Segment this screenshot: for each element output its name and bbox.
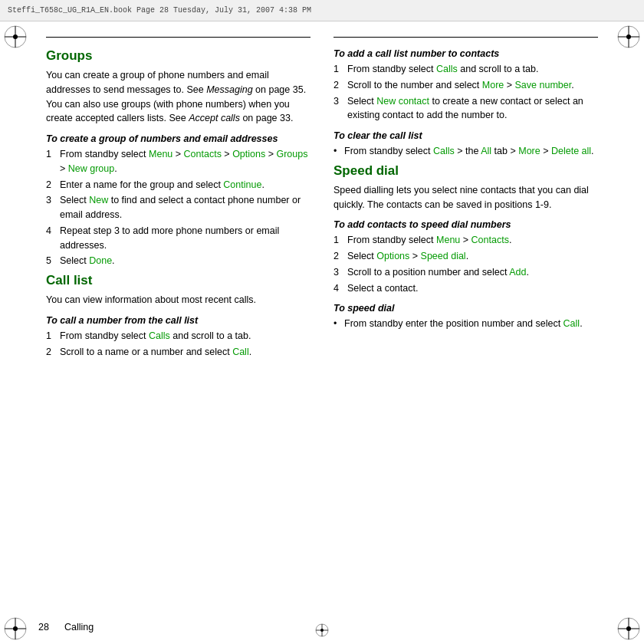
corner-mark-bl <box>0 613 31 644</box>
link-add: Add <box>509 267 526 278</box>
groups-step-2: 2 Enter a name for the group and select … <box>46 178 310 192</box>
call-list-step-2: 2 Scroll to a name or a number and selec… <box>46 345 310 360</box>
call-list-steps: 1 From standby select Calls and scroll t… <box>46 329 310 360</box>
link-options-2: Options <box>376 251 409 261</box>
speed-dial-steps: 1 From standby select Menu > Contacts. 2… <box>334 233 598 295</box>
footer-section: Calling <box>64 622 94 632</box>
link-call-1: Call <box>232 347 249 357</box>
link-more-2: More <box>518 146 540 156</box>
header-bar: Steffi_T658c_UG_R1A_EN.book Page 28 Tues… <box>0 0 644 21</box>
corner-mark-tl <box>0 21 31 52</box>
groups-body: You can create a group of phone numbers … <box>46 68 310 126</box>
speed-dial-title: Speed dial <box>334 163 598 179</box>
top-rule-right <box>334 37 598 38</box>
link-menu-2: Menu <box>436 235 460 245</box>
groups-subheading1: To create a group of numbers and email a… <box>46 133 310 144</box>
link-new-contact: New contact <box>376 96 429 107</box>
corner-mark-br <box>613 613 644 644</box>
link-call-2: Call <box>564 318 580 329</box>
speed-dial-subheading2: To speed dial <box>334 303 598 314</box>
link-new-group: New group <box>68 163 114 174</box>
link-delete-all: Delete all <box>551 146 591 156</box>
speed-dial-section: Speed dial Speed dialling lets you selec… <box>334 163 598 331</box>
link-calls-2: Calls <box>436 64 458 74</box>
add-call-step-2: 2 Scroll to the number and select More >… <box>334 78 598 93</box>
clear-call-list-section: To clear the call list • From standby se… <box>334 130 598 159</box>
link-speed-dial: Speed dial <box>421 251 466 261</box>
top-rule-left <box>46 37 310 38</box>
call-list-step-1: 1 From standby select Calls and scroll t… <box>46 329 310 343</box>
link-done: Done <box>89 255 112 266</box>
call-list-title: Call list <box>46 273 310 288</box>
add-call-list-steps: 1 From standby select Calls and scroll t… <box>334 62 598 123</box>
groups-steps-list: 1 From standby select Menu > Contacts > … <box>46 147 310 268</box>
groups-step-4: 4 Repeat step 3 to add more phone number… <box>46 224 310 253</box>
page-number: 28 <box>38 622 49 632</box>
call-list-section: Call list You can view information about… <box>46 273 310 359</box>
groups-step-5: 5 Select Done. <box>46 254 310 268</box>
speed-dial-step-2: 2 Select Options > Speed dial. <box>334 249 598 264</box>
speed-dial-step-1: 1 From standby select Menu > Contacts. <box>334 233 598 248</box>
call-list-subheading1: To call a number from the call list <box>46 315 310 326</box>
link-groups: Groups <box>276 149 307 159</box>
clear-call-list-bullets: • From standby select Calls > the All ta… <box>334 144 598 159</box>
bottom-center-mark <box>314 623 330 638</box>
speed-dial-bullets: • From standby enter the position number… <box>334 317 598 331</box>
link-save-number: Save number <box>515 80 572 90</box>
groups-step-3: 3 Select New to find and select a contac… <box>46 193 310 222</box>
link-continue: Continue <box>223 179 261 190</box>
link-contacts-2: Contacts <box>472 235 509 245</box>
link-calls-3: Calls <box>433 146 455 156</box>
footer: 28 Calling <box>38 622 94 632</box>
add-call-list-section: To add a call list number to contacts 1 … <box>334 48 598 123</box>
link-more-1: More <box>482 80 504 90</box>
link-contacts-1: Contacts <box>184 149 222 159</box>
clear-call-bullet-1: • From standby select Calls > the All ta… <box>334 144 598 159</box>
speed-dial-body: Speed dialling lets you select nine cont… <box>334 183 598 212</box>
call-list-body: You can view information about most rece… <box>46 293 310 307</box>
link-calls-1: Calls <box>149 330 170 341</box>
speed-dial-bullet-1: • From standby enter the position number… <box>334 317 598 331</box>
clear-call-list-subheading: To clear the call list <box>334 130 598 141</box>
add-call-list-subheading: To add a call list number to contacts <box>334 48 598 59</box>
link-all: All <box>481 146 491 156</box>
header-text: Steffi_T658c_UG_R1A_EN.book Page 28 Tues… <box>8 6 311 15</box>
link-options-1: Options <box>232 149 265 159</box>
corner-mark-tr <box>613 21 644 52</box>
speed-dial-step-3: 3 Scroll to a position number and select… <box>334 265 598 280</box>
link-new-1: New <box>89 195 108 205</box>
add-call-step-3: 3 Select New contact to create a new con… <box>334 94 598 123</box>
link-menu: Menu <box>149 149 172 159</box>
add-call-step-1: 1 From standby select Calls and scroll t… <box>334 62 598 77</box>
speed-dial-step-4: 4 Select a contact. <box>334 281 598 296</box>
groups-section: Groups You can create a group of phone n… <box>46 48 310 268</box>
groups-step-1: 1 From standby select Menu > Contacts > … <box>46 147 310 176</box>
speed-dial-subheading1: To add contacts to speed dial numbers <box>334 219 598 230</box>
groups-title: Groups <box>46 48 310 64</box>
main-content: Groups You can create a group of phone n… <box>38 21 606 613</box>
right-column: To add a call list number to contacts 1 … <box>334 37 598 606</box>
left-column: Groups You can create a group of phone n… <box>46 37 310 606</box>
